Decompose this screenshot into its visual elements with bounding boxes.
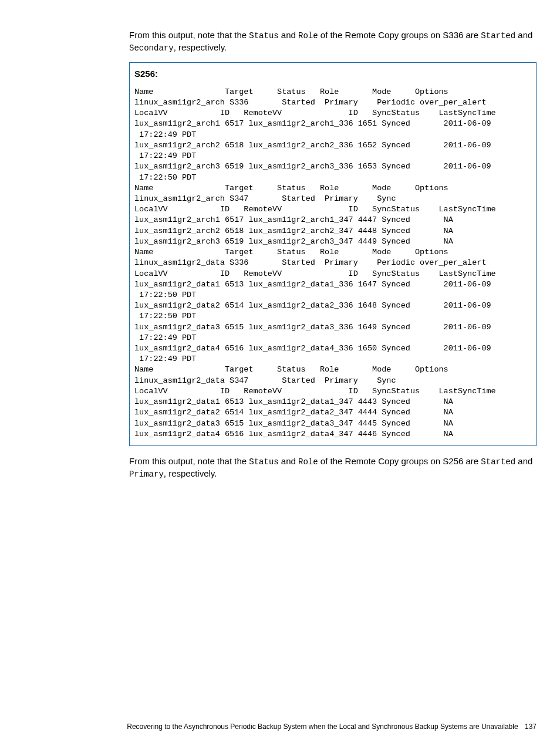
text: and bbox=[279, 456, 298, 466]
text: , respectively. bbox=[164, 468, 217, 478]
code-word-status: Status bbox=[249, 31, 278, 40]
code-word-role: Role bbox=[298, 31, 318, 40]
text: of the Remote Copy groups on S256 are bbox=[318, 456, 481, 466]
code-word-started: Started bbox=[481, 457, 515, 467]
text: From this output, note that the bbox=[129, 30, 249, 40]
paragraph-intro-1: From this output, note that the Status a… bbox=[129, 29, 537, 54]
code-word-started: Started bbox=[481, 31, 515, 40]
code-block-output: Name Target Status Role Mode Options lin… bbox=[134, 87, 531, 440]
paragraph-intro-2: From this output, note that the Status a… bbox=[129, 455, 537, 480]
text: and bbox=[279, 30, 298, 40]
text: and bbox=[515, 456, 532, 466]
code-word-secondary: Secondary bbox=[129, 43, 174, 53]
text: From this output, note that the bbox=[129, 456, 249, 466]
text: of the Remote Copy groups on S336 are bbox=[318, 30, 481, 40]
code-word-role: Role bbox=[298, 457, 318, 467]
text: and bbox=[515, 30, 532, 40]
code-block-label: S256: bbox=[134, 69, 531, 79]
code-word-status: Status bbox=[249, 457, 278, 467]
code-block-s256: S256: Name Target Status Role Mode Optio… bbox=[129, 62, 537, 446]
code-word-primary: Primary bbox=[129, 470, 164, 479]
text: , respectively. bbox=[174, 42, 227, 52]
